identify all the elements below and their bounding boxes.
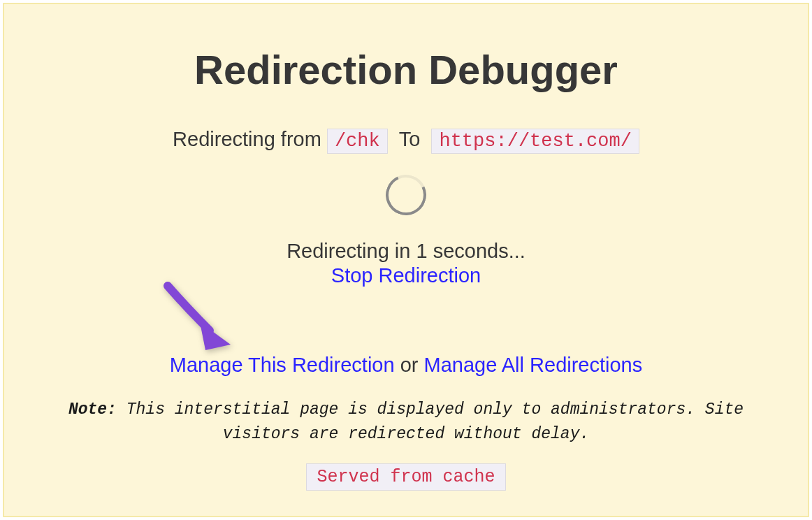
manage-all-redirections-link[interactable]: Manage All Redirections bbox=[424, 354, 643, 376]
manage-this-redirection-link[interactable]: Manage This Redirection bbox=[170, 354, 395, 376]
redirect-info-line: Redirecting from /chk To https://test.co… bbox=[25, 128, 787, 154]
redirect-from-label: Redirecting from bbox=[173, 128, 321, 150]
manage-links-line: Manage This Redirection or Manage All Re… bbox=[25, 354, 787, 377]
manage-separator: or bbox=[395, 354, 424, 376]
spinner-container bbox=[25, 175, 787, 215]
served-from-cache-badge: Served from cache bbox=[306, 463, 505, 491]
redirect-to-value: https://test.com/ bbox=[431, 129, 639, 154]
page-title: Redirection Debugger bbox=[25, 46, 787, 93]
stop-redirection-link[interactable]: Stop Redirection bbox=[331, 264, 481, 287]
debugger-panel: Redirection Debugger Redirecting from /c… bbox=[3, 3, 809, 517]
redirect-to-label: To bbox=[399, 128, 421, 150]
admin-note: Note: This interstitial page is displaye… bbox=[25, 398, 787, 446]
note-text: This interstitial page is displayed only… bbox=[117, 400, 744, 443]
note-label: Note: bbox=[68, 400, 117, 419]
loading-spinner-icon bbox=[380, 169, 432, 221]
cache-badge-wrap: Served from cache bbox=[25, 463, 787, 491]
countdown-text: Redirecting in 1 seconds... bbox=[25, 240, 787, 263]
arrow-annotation-icon bbox=[159, 280, 243, 357]
svg-marker-0 bbox=[200, 322, 231, 350]
stop-redirection-wrap: Stop Redirection bbox=[331, 264, 481, 287]
redirect-from-value: /chk bbox=[327, 129, 388, 154]
